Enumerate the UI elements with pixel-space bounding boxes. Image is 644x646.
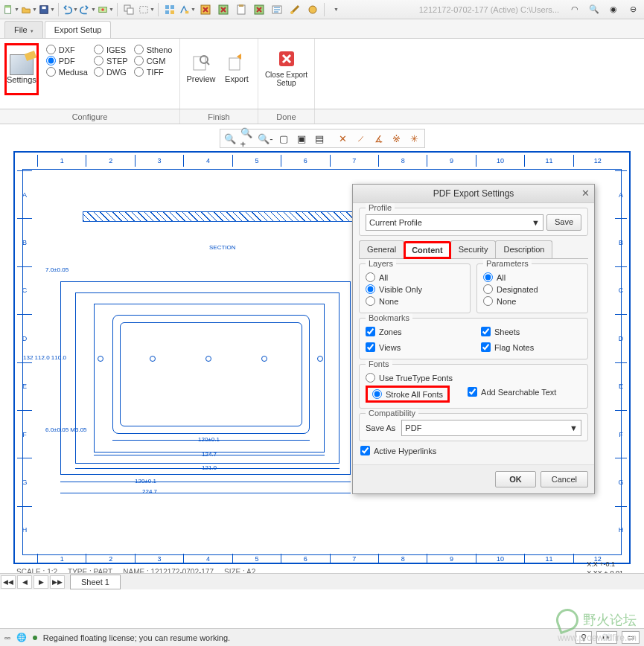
tb-icon-d[interactable] <box>269 2 285 17</box>
datum-axis-icon[interactable]: ⟋ <box>353 131 369 146</box>
active-hyperlinks[interactable]: Active Hyperlinks <box>360 446 587 455</box>
close-win-icon[interactable]: ▼ <box>138 2 155 17</box>
fonts-searchable[interactable]: Add Searchable Text <box>468 387 556 397</box>
svg-rect-11 <box>165 10 169 14</box>
tb-icon-a[interactable] <box>162 2 178 17</box>
tab-general[interactable]: General <box>359 240 404 258</box>
tb-icon-clip[interactable] <box>233 2 249 17</box>
format-dwg[interactable]: DWG <box>94 67 128 77</box>
sheet-last-icon[interactable]: ▶▶ <box>50 575 65 589</box>
dialog-title-bar[interactable]: PDF Export Settings ✕ <box>353 185 594 203</box>
saveas-select[interactable]: PDF▼ <box>401 420 581 436</box>
new-icon[interactable]: ▼ <box>3 2 19 17</box>
tab-export-setup[interactable]: Export Setup <box>45 21 112 38</box>
dialog-tabs: General Content Security Description <box>359 240 588 259</box>
ruler-bottom: 123456789101112 <box>37 554 622 564</box>
datum-point-icon[interactable]: ∡ <box>371 131 387 146</box>
hole-icon <box>98 356 103 362</box>
params-none[interactable]: None <box>483 296 581 306</box>
svg-rect-1 <box>5 5 11 7</box>
format-step[interactable]: STEP <box>94 56 128 65</box>
bm-zones[interactable]: Zones <box>366 327 466 336</box>
redo-icon[interactable]: ▼ <box>80 2 96 17</box>
ok-button[interactable]: OK <box>495 471 536 487</box>
format-dxf[interactable]: DXF <box>46 45 88 54</box>
settings-button[interactable]: Settings <box>4 43 39 95</box>
format-cgm[interactable]: CGM <box>134 56 173 65</box>
zoom-out-icon[interactable]: 🔍- <box>258 131 274 146</box>
tb-icon-f[interactable] <box>305 2 321 17</box>
hole-icon <box>150 356 156 362</box>
watermark: 野火论坛 <box>556 609 637 631</box>
tb-icon-x2[interactable] <box>215 2 232 17</box>
tab-file[interactable]: File ▾ <box>4 21 43 38</box>
fonts-truetype[interactable]: Use TrueType Fonts <box>366 373 453 383</box>
layer-icon[interactable]: ▤ <box>311 131 328 146</box>
layers-none[interactable]: None <box>366 296 464 306</box>
sheet-prev-icon[interactable]: ◀ <box>17 575 32 589</box>
tab-security[interactable]: Security <box>450 240 497 258</box>
selection-filter-icon[interactable]: ▫▫ <box>4 633 10 642</box>
search-help-icon[interactable]: 🔍 <box>586 2 602 17</box>
tb-icon-b[interactable]: ▼ <box>179 2 196 17</box>
dim-6: 6.0±0.05 M3.05 <box>45 426 87 433</box>
close-icon[interactable]: ✕ <box>581 188 590 199</box>
format-tiff[interactable]: TIFF <box>134 67 173 77</box>
params-designated[interactable]: Designated <box>483 284 581 294</box>
bm-views[interactable]: Views <box>366 342 466 352</box>
tb-icon-x1[interactable] <box>197 2 214 17</box>
sheet-tab[interactable]: Sheet 1 <box>70 575 121 589</box>
zoom-fit-icon[interactable]: 🔍 <box>222 131 238 146</box>
zoom-in-icon[interactable]: 🔍+ <box>240 131 256 146</box>
dialog-title: PDF Export Settings <box>433 188 514 199</box>
svg-point-5 <box>101 8 104 11</box>
params-all[interactable]: All <box>483 272 581 282</box>
repaint-icon[interactable]: ▢ <box>275 131 292 146</box>
tab-description[interactable]: Description <box>495 240 552 258</box>
format-stheno[interactable]: Stheno <box>134 45 173 54</box>
help-icon[interactable]: ⊖ <box>625 2 641 17</box>
format-options: DXF IGES Stheno PDF STEP CGM Medusa DWG … <box>40 42 179 80</box>
open-icon[interactable]: ▼ <box>21 2 37 17</box>
profile-save-button[interactable]: Save <box>546 214 581 231</box>
ribbon-min-icon[interactable]: ◠ <box>567 2 583 17</box>
pdf-export-dialog: PDF Export Settings ✕ Profile Current Pr… <box>352 184 595 494</box>
preview-button[interactable]: Preview <box>183 42 219 94</box>
datum-csys-icon[interactable]: ※ <box>389 131 405 146</box>
format-iges[interactable]: IGES <box>94 45 128 54</box>
bm-flag[interactable]: Flag Notes <box>481 342 581 352</box>
group-finish: Finish <box>180 109 258 124</box>
sheet-next-icon[interactable]: ▶ <box>34 575 48 589</box>
tb-icon-e[interactable] <box>287 2 303 17</box>
datum-plane-icon[interactable]: ✕ <box>335 131 351 146</box>
settings-gear-icon[interactable]: ◉ <box>605 2 622 17</box>
tb-more-icon[interactable]: ▼ <box>328 2 344 17</box>
cancel-button[interactable]: Cancel <box>541 471 588 487</box>
windows-icon[interactable] <box>121 2 137 17</box>
svg-rect-17 <box>239 4 243 7</box>
export-button[interactable]: Export <box>219 42 255 94</box>
save-icon[interactable]: ▼ <box>39 2 55 17</box>
profile-select[interactable]: Current Profile▼ <box>366 214 543 231</box>
dim-2247: 224.7 <box>142 488 157 495</box>
sheet-icon[interactable]: ▣ <box>293 131 310 146</box>
svg-rect-3 <box>42 6 45 9</box>
tb-icon-x3[interactable] <box>251 2 267 17</box>
svg-rect-13 <box>185 10 188 13</box>
layers-all[interactable]: All <box>366 272 464 282</box>
spin-center-icon[interactable]: ✳ <box>407 131 423 146</box>
close-export-button[interactable]: Close Export Setup <box>261 42 311 94</box>
layers-visible[interactable]: Visible Only <box>366 284 464 294</box>
bm-sheets[interactable]: Sheets <box>481 327 581 336</box>
regen-icon[interactable]: ▼ <box>98 2 114 17</box>
sheet-first-icon[interactable]: ◀◀ <box>1 575 16 589</box>
format-pdf[interactable]: PDF <box>46 56 88 65</box>
format-medusa[interactable]: Medusa <box>46 67 88 77</box>
globe-icon[interactable]: 🌐 <box>16 633 27 642</box>
status-indicator-icon <box>33 636 37 640</box>
settings-label: Settings <box>7 75 36 84</box>
fonts-fieldset: Fonts Use TrueType Fonts Stroke All Font… <box>359 364 588 409</box>
tab-content[interactable]: Content <box>404 241 451 259</box>
undo-icon[interactable]: ▼ <box>62 2 78 17</box>
fonts-stroke[interactable]: Stroke All Fonts <box>372 389 443 399</box>
